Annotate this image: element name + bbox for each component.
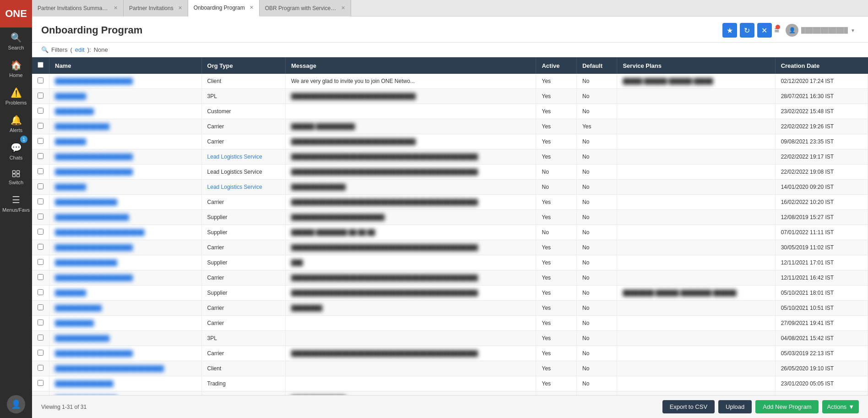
col-creation-date[interactable]: Creation Date (775, 57, 868, 74)
row-checkbox[interactable] (38, 198, 43, 204)
tab-obr-program[interactable]: OBR Program with Service Plans ✕ (260, 0, 351, 16)
cell-name[interactable]: ████████████████████ (49, 74, 202, 89)
sidebar-item-problems[interactable]: ⚠️ Problems (0, 82, 32, 110)
row-checkbox[interactable] (38, 93, 43, 99)
cell-name[interactable]: ████████████████████ (49, 165, 202, 180)
cell-name[interactable]: ███████████████████ (49, 210, 202, 225)
filter-edit-link[interactable]: edit (75, 46, 85, 53)
row-checkbox[interactable] (38, 77, 43, 83)
col-name[interactable]: Name (49, 57, 202, 74)
cell-name[interactable]: ████████████████████ (49, 346, 202, 361)
tab-close-icon[interactable]: ✕ (341, 5, 345, 11)
sidebar-item-label: Chats (10, 155, 23, 160)
col-default[interactable]: Default (576, 57, 617, 74)
refresh-button[interactable]: ↻ (740, 23, 754, 38)
row-checkbox[interactable] (38, 183, 43, 189)
col-org-type[interactable]: Org Type (201, 57, 285, 74)
cell-name[interactable]: ██████████████ (49, 331, 202, 346)
tab-close-icon[interactable]: ✕ (114, 5, 118, 11)
row-checkbox[interactable] (38, 214, 43, 220)
row-checkbox[interactable] (38, 108, 43, 114)
row-checkbox[interactable] (38, 365, 43, 371)
cell-name[interactable]: ████████████████████ (49, 270, 202, 286)
row-checkbox[interactable] (38, 335, 43, 341)
close-button[interactable]: ✕ (757, 23, 772, 38)
cell-service-plans (617, 134, 775, 149)
cell-name[interactable]: ███████████████████████ (49, 225, 202, 240)
tab-partner-invitations[interactable]: Partner Invitations ✕ (124, 0, 188, 16)
table-row: ████████████████████Carrier█████████████… (32, 346, 868, 361)
cell-default: No (576, 301, 617, 316)
cell-name[interactable]: ████████████████████████████ (49, 361, 202, 376)
warning-icon: ⚠️ (11, 87, 22, 98)
tab-close-icon[interactable]: ✕ (178, 5, 182, 11)
row-checkbox[interactable] (38, 380, 43, 386)
tab-partner-invitations-summary[interactable]: Partner Invitations Summary Wi... ✕ (32, 0, 124, 16)
sidebar-item-switch[interactable]: Switch (0, 165, 32, 190)
cell-creation-date: 09/08/2021 23:35 IST (775, 134, 868, 149)
sidebar-item-chats[interactable]: 💬 1 Chats (0, 138, 32, 165)
cell-name[interactable]: ████████████████████ (49, 149, 202, 165)
cell-message (285, 331, 536, 346)
user-avatar-sidebar[interactable]: 👤 (7, 395, 25, 413)
row-checkbox[interactable] (38, 153, 43, 159)
cell-org-type: Carrier (201, 301, 285, 316)
cell-name[interactable]: ████████████ (49, 301, 202, 316)
col-active[interactable]: Active (536, 57, 576, 74)
row-checkbox[interactable] (38, 259, 43, 265)
cell-name[interactable]: ████████ (49, 134, 202, 149)
data-table: Name Org Type Message Active Default Ser… (32, 57, 868, 395)
actions-button[interactable]: Actions ▼ (822, 400, 859, 413)
cell-name[interactable]: ███████████████ (49, 376, 202, 391)
cell-name[interactable]: ██████████████ (49, 119, 202, 134)
app-logo[interactable]: ONE (0, 0, 32, 28)
row-checkbox[interactable] (38, 244, 43, 250)
cell-name[interactable]: ████████ (49, 89, 202, 104)
cell-name[interactable]: ████████████████ (49, 195, 202, 210)
table-row: ████████████████████Carrier█████████████… (32, 240, 868, 255)
row-checkbox[interactable] (38, 304, 43, 310)
row-checkbox[interactable] (38, 138, 43, 144)
col-message[interactable]: Message (285, 57, 536, 74)
row-checkbox[interactable] (38, 168, 43, 174)
select-all-checkbox[interactable] (38, 62, 43, 68)
cell-service-plans (617, 346, 775, 361)
cell-name[interactable]: ████████████████████ (49, 240, 202, 255)
header-actions: ★ ↻ ✕ ≡ 👤 ████████████ ▼ (722, 22, 859, 38)
cell-service-plans (617, 331, 775, 346)
cell-org-type: Carrier (201, 316, 285, 331)
cell-name[interactable]: ████████ (49, 180, 202, 195)
row-checkbox[interactable] (38, 319, 43, 325)
row-checkbox[interactable] (38, 123, 43, 129)
cell-name[interactable]: ████████████████ (49, 391, 202, 396)
export-csv-button[interactable]: Export to CSV (662, 400, 715, 413)
row-checkbox[interactable] (38, 289, 43, 295)
tab-onboarding-program[interactable]: Onboarding Program ✕ (188, 0, 260, 16)
user-info[interactable]: 👤 ████████████ ▼ (782, 22, 859, 38)
col-service-plans[interactable]: Service Plans (617, 57, 775, 74)
cell-name[interactable]: ████████ (49, 286, 202, 301)
sidebar-item-home[interactable]: 🏠 Home (0, 55, 32, 82)
table-row: ████████████████████ClientWe are very gl… (32, 74, 868, 89)
filter-edit-parens: ( (70, 46, 72, 53)
row-checkbox[interactable] (38, 274, 43, 280)
cell-org-type: Carrier (201, 195, 285, 210)
upload-button[interactable]: Upload (718, 400, 752, 413)
sidebar-item-search[interactable]: 🔍 Search (0, 28, 32, 55)
cell-creation-date: 16/02/2022 10:20 IST (775, 195, 868, 210)
row-checkbox[interactable] (38, 350, 43, 356)
star-button[interactable]: ★ (722, 23, 737, 38)
sidebar-item-menus[interactable]: ☰ Menus/Favs (0, 190, 32, 217)
menu-button[interactable]: ≡ (775, 26, 780, 35)
row-checkbox[interactable] (38, 229, 43, 235)
viewing-info: Viewing 1-31 of 31 (41, 404, 87, 410)
cell-name[interactable]: ██████████ (49, 104, 202, 119)
sidebar-item-alerts[interactable]: 🔔 Alerts (0, 110, 32, 138)
add-new-program-button[interactable]: Add New Program (755, 400, 819, 413)
table-container: Name Org Type Message Active Default Ser… (32, 57, 868, 395)
cell-message (285, 104, 536, 119)
cell-name[interactable]: ████████████████ (49, 255, 202, 270)
cell-name[interactable]: ██████████ (49, 316, 202, 331)
tab-close-icon[interactable]: ✕ (250, 5, 254, 11)
table-row: ████████████████████████████ClientYesNo2… (32, 361, 868, 376)
